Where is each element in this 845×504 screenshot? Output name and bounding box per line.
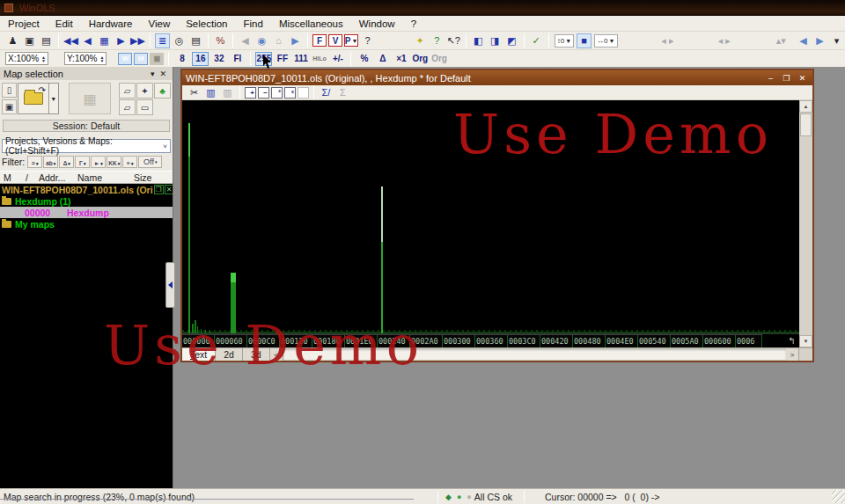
copy-icon[interactable]: ▥: [203, 85, 218, 100]
scroll-up-icon[interactable]: ▲: [799, 100, 812, 113]
projects-f-icon[interactable]: F: [312, 34, 327, 47]
table-icon[interactable]: ▦: [97, 33, 112, 48]
panel-menu-icon[interactable]: ▾: [148, 69, 158, 78]
filter-option-icon-0[interactable]: =▾: [27, 156, 42, 168]
projects-versions-maps-select[interactable]: Projects, Versions & Maps: (Ctrl+Shift+F…: [2, 139, 171, 153]
map-edit-icon[interactable]: ◩: [504, 33, 519, 48]
menu-item-window[interactable]: Window: [351, 16, 403, 31]
width-16-button[interactable]: 16: [192, 52, 209, 66]
tree-row-folder[interactable]: Hexdump (1): [0, 195, 173, 207]
menu-item-selection[interactable]: Selection: [178, 16, 235, 31]
tab-scroll-right-button[interactable]: >: [786, 348, 799, 361]
win-next-icon[interactable]: ▶: [812, 33, 827, 48]
display-percent-button[interactable]: %: [356, 52, 372, 66]
snapshot-icon[interactable]: ▭: [136, 99, 153, 115]
next-icon[interactable]: ▶: [114, 33, 129, 48]
version-minus-icon[interactable]: −: [258, 87, 269, 99]
x-zoom-spin-arrows[interactable]: ▲▼: [41, 55, 46, 62]
forward-icon[interactable]: ▶: [288, 33, 303, 48]
col-addr[interactable]: Addr...: [39, 172, 65, 183]
vpos-spinner-icon[interactable]: ◂ ▸: [716, 33, 731, 48]
row-height-spinner[interactable]: ↕0▼: [555, 34, 574, 47]
map-wizard-icon[interactable]: ◧: [471, 33, 486, 48]
filter-option-icon-2[interactable]: Δ▾: [59, 156, 74, 168]
minimize-button[interactable]: –: [764, 72, 777, 84]
version-disabled-icon[interactable]: [298, 87, 309, 99]
support-icon[interactable]: ?: [430, 33, 445, 48]
version-mulx-icon[interactable]: ˣ: [284, 87, 296, 99]
tree-row-project[interactable]: WIN-EFT8POH08D7_10011.ols (Ori❐✕: [0, 184, 173, 195]
dropdown-arrow-icon[interactable]: ▾: [36, 161, 39, 166]
color-mode-tile[interactable]: ■: [577, 33, 592, 48]
col-size[interactable]: Size: [134, 172, 151, 183]
tree-row-folder[interactable]: My maps: [0, 218, 173, 230]
hpos-spinner-icon[interactable]: ◂ ▸: [660, 33, 675, 48]
panel-close-icon[interactable]: ✕: [157, 69, 169, 78]
cut-icon[interactable]: ✂: [187, 85, 202, 100]
y-zoom-spin-arrows[interactable]: ▲▼: [99, 55, 104, 62]
display-delta-button[interactable]: Δ: [374, 52, 391, 66]
scroll-down-icon[interactable]: ▼: [799, 335, 812, 347]
hexdump-chart-area[interactable]: Use Demo: [182, 100, 799, 333]
x-zoom-stepper[interactable]: X: 100% ▲▼: [5, 52, 48, 65]
tree-toggle-icon[interactable]: ≣: [155, 33, 170, 48]
version-mul2-icon[interactable]: ²: [271, 87, 283, 99]
connect-icon[interactable]: ✦: [413, 33, 428, 48]
filter-option-icon-4[interactable]: ►▾: [91, 156, 106, 168]
menu-item-project[interactable]: Project: [0, 16, 48, 31]
help-icon[interactable]: ?: [360, 33, 375, 48]
hexdump-titlebar[interactable]: WIN-EFT8POH08D7_10011.ols (Original), , …: [182, 70, 812, 85]
dropdown-arrow-icon[interactable]: ▼: [351, 33, 357, 48]
back-icon[interactable]: ◀: [238, 33, 253, 48]
dropdown-arrow-icon[interactable]: ▾: [155, 159, 158, 164]
window-pair-icon[interactable]: ▤: [39, 33, 54, 48]
zoom-page-icon[interactable]: ◎: [172, 33, 187, 48]
copy-page-icon[interactable]: ▱: [119, 83, 136, 99]
menu-item-view[interactable]: View: [140, 16, 178, 31]
view-cols-tile[interactable]: III: [134, 53, 148, 65]
view-disabled-tile[interactable]: ▦: [150, 53, 164, 65]
checked-maps-icon[interactable]: ✓: [529, 33, 544, 48]
filter-option-icon-3[interactable]: Γ▾: [75, 156, 90, 168]
dropdown-arrow-icon[interactable]: ▾: [100, 161, 103, 166]
dropdown-arrow-icon[interactable]: ▾: [118, 161, 121, 166]
version-plus-icon[interactable]: +: [245, 87, 256, 99]
menu-item-miscellaneous[interactable]: Miscellaneous: [271, 16, 351, 31]
open-project-dropdown[interactable]: ▼: [49, 83, 60, 114]
online-icon[interactable]: ◉: [254, 33, 269, 48]
updown-spinner-icon[interactable]: ▴▾: [774, 33, 789, 48]
compare-icon[interactable]: %: [213, 33, 228, 48]
display-sign-button[interactable]: +/-: [329, 52, 346, 66]
display-factor-button[interactable]: ×1: [393, 52, 409, 66]
win-prev-icon[interactable]: ◀: [796, 33, 811, 48]
filter-option-icon-5[interactable]: KK▾: [107, 156, 121, 168]
dropdown-arrow-icon[interactable]: ▾: [54, 161, 56, 166]
dropdown-arrow-icon[interactable]: ▾: [131, 161, 134, 166]
dropdown-arrow-icon[interactable]: ▼: [565, 38, 571, 44]
versions-v-icon[interactable]: V: [328, 34, 342, 47]
width-8-button[interactable]: 8: [173, 52, 190, 66]
checksum-icon[interactable]: Σ/: [319, 85, 334, 100]
page-add-icon[interactable]: ▱: [119, 99, 136, 115]
y-zoom-stepper[interactable]: Y: 100% ▲▼: [64, 52, 107, 65]
checksum-disabled-icon[interactable]: Σ: [335, 85, 350, 100]
scrollbar-track[interactable]: [799, 137, 812, 335]
maps-p-icon[interactable]: P▼: [344, 34, 358, 47]
home-icon[interactable]: ⌂: [271, 33, 286, 48]
view-text-tile[interactable]: W: [118, 53, 132, 65]
dropdown-arrow-icon[interactable]: ▾: [68, 161, 70, 166]
prev-icon[interactable]: ◀: [80, 33, 95, 48]
menu-item-edit[interactable]: Edit: [48, 16, 81, 31]
panel-collapse-handle[interactable]: [165, 262, 175, 308]
map-panel-header[interactable]: Map selection ▾ ✕: [0, 67, 173, 80]
close-button[interactable]: ✕: [796, 72, 809, 84]
resize-grip[interactable]: [832, 490, 845, 503]
width-32-button[interactable]: 32: [210, 52, 227, 66]
dropdown-arrow-icon[interactable]: ▾: [84, 161, 86, 166]
close-icon[interactable]: ✕: [165, 185, 173, 194]
paste-icon[interactable]: ▥: [220, 85, 235, 100]
user-icon[interactable]: ♟: [5, 33, 20, 48]
save-icon[interactable]: ▣: [2, 99, 17, 114]
display-org-button[interactable]: Org: [411, 52, 429, 66]
menu-item-find[interactable]: Find: [236, 16, 271, 31]
